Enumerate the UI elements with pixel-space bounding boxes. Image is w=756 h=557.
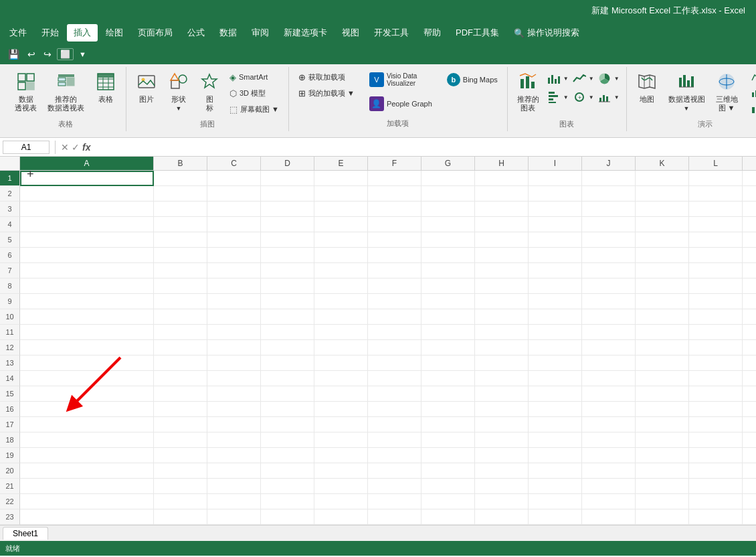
- cell-E19[interactable]: [314, 448, 368, 463]
- cell-C22[interactable]: [207, 494, 261, 509]
- cell-J5[interactable]: [582, 232, 636, 248]
- cell-L18[interactable]: [689, 432, 743, 448]
- cell-D6[interactable]: [261, 248, 314, 263]
- cell-F16[interactable]: [368, 402, 421, 417]
- cell-C5[interactable]: [207, 232, 261, 248]
- cell-B9[interactable]: [154, 294, 207, 309]
- menu-file[interactable]: 文件: [3, 24, 33, 42]
- sparkline-col-button[interactable]: [747, 86, 756, 100]
- cell-L17[interactable]: [689, 417, 743, 432]
- formula-confirm-icon[interactable]: ✓: [72, 142, 80, 153]
- cell-L9[interactable]: [689, 294, 743, 309]
- cell-B8[interactable]: [154, 278, 207, 294]
- cell-H4[interactable]: [475, 217, 529, 232]
- cell-K14[interactable]: [636, 371, 689, 386]
- cell-M3[interactable]: [743, 202, 756, 217]
- cell-A4[interactable]: [20, 217, 154, 232]
- cell-I20[interactable]: [529, 463, 582, 479]
- cell-I19[interactable]: [529, 448, 582, 463]
- formula-fx-icon[interactable]: fx: [82, 142, 90, 153]
- icon-button[interactable]: 图标: [196, 70, 223, 118]
- menu-insert[interactable]: 插入: [67, 24, 98, 42]
- cell-F3[interactable]: [368, 202, 421, 217]
- cell-E6[interactable]: [314, 248, 368, 263]
- cell-E9[interactable]: [314, 294, 368, 309]
- cell-H17[interactable]: [475, 417, 529, 432]
- cell-H8[interactable]: [475, 278, 529, 294]
- menu-page-layout[interactable]: 页面布局: [131, 24, 179, 42]
- cell-I15[interactable]: [529, 386, 582, 402]
- cell-H15[interactable]: [475, 386, 529, 402]
- smartart-button[interactable]: ◈ SmartArt: [225, 70, 283, 84]
- cell-H12[interactable]: [475, 340, 529, 355]
- row-num-5[interactable]: 5: [0, 232, 20, 248]
- cell-A10[interactable]: [20, 309, 154, 325]
- col-header-m[interactable]: M: [743, 157, 756, 170]
- cell-D8[interactable]: [261, 278, 314, 294]
- cell-G5[interactable]: [421, 232, 475, 248]
- cell-B14[interactable]: [154, 371, 207, 386]
- cell-C23[interactable]: [207, 509, 261, 525]
- row-num-16[interactable]: 16: [0, 402, 20, 417]
- bing-maps-button[interactable]: b Bing Maps: [443, 70, 502, 90]
- cell-C20[interactable]: [207, 463, 261, 479]
- cell-D16[interactable]: [261, 402, 314, 417]
- col-header-b[interactable]: B: [154, 157, 207, 170]
- cell-H13[interactable]: [475, 355, 529, 371]
- more-button[interactable]: ▼: [76, 49, 89, 60]
- cell-E5[interactable]: [314, 232, 368, 248]
- cell-H21[interactable]: [475, 479, 529, 494]
- cell-E22[interactable]: [314, 494, 368, 509]
- cell-H23[interactable]: [475, 509, 529, 525]
- cell-C13[interactable]: [207, 355, 261, 371]
- cell-I6[interactable]: [529, 248, 582, 263]
- cell-D15[interactable]: [261, 386, 314, 402]
- cell-C6[interactable]: [207, 248, 261, 263]
- cell-B18[interactable]: [154, 432, 207, 448]
- cell-A22[interactable]: [20, 494, 154, 509]
- cell-E1[interactable]: [314, 171, 368, 186]
- cell-E18[interactable]: [314, 432, 368, 448]
- cell-D19[interactable]: [261, 448, 314, 463]
- cell-D23[interactable]: [261, 509, 314, 525]
- cell-C11[interactable]: [207, 325, 261, 340]
- row-num-9[interactable]: 9: [0, 294, 20, 309]
- cell-C21[interactable]: [207, 479, 261, 494]
- cell-G23[interactable]: [421, 509, 475, 525]
- formula-cancel-icon[interactable]: ✕: [61, 142, 69, 153]
- cell-A5[interactable]: [20, 232, 154, 248]
- cell-I4[interactable]: [529, 217, 582, 232]
- cell-F21[interactable]: [368, 479, 421, 494]
- cell-D10[interactable]: [261, 309, 314, 325]
- menu-home[interactable]: 开始: [35, 24, 66, 42]
- cell-I14[interactable]: [529, 371, 582, 386]
- cell-H9[interactable]: [475, 294, 529, 309]
- other-chart-button[interactable]: + ▼: [571, 88, 595, 106]
- menu-view[interactable]: 视图: [335, 24, 366, 42]
- cell-B13[interactable]: [154, 355, 207, 371]
- cell-F11[interactable]: [368, 325, 421, 340]
- cell-I7[interactable]: [529, 263, 582, 278]
- cell-C16[interactable]: [207, 402, 261, 417]
- cell-F5[interactable]: [368, 232, 421, 248]
- cell-L8[interactable]: [689, 278, 743, 294]
- cell-C18[interactable]: [207, 432, 261, 448]
- cell-M9[interactable]: [743, 294, 756, 309]
- bar-chart-button[interactable]: ▼: [546, 88, 570, 106]
- cell-M10[interactable]: [743, 309, 756, 325]
- pie-chart-button[interactable]: ▼: [597, 70, 621, 87]
- cell-C10[interactable]: [207, 309, 261, 325]
- cell-K13[interactable]: [636, 355, 689, 371]
- cell-A20[interactable]: [20, 463, 154, 479]
- cell-H7[interactable]: [475, 263, 529, 278]
- row-num-11[interactable]: 11: [0, 325, 20, 340]
- cell-K23[interactable]: [636, 509, 689, 525]
- menu-search[interactable]: 🔍操作说明搜索: [507, 24, 586, 42]
- cell-M18[interactable]: [743, 432, 756, 448]
- cell-H20[interactable]: [475, 463, 529, 479]
- cell-E12[interactable]: [314, 340, 368, 355]
- cell-G18[interactable]: [421, 432, 475, 448]
- cell-A14[interactable]: [20, 371, 154, 386]
- cell-K7[interactable]: [636, 263, 689, 278]
- cell-M1[interactable]: [743, 171, 756, 186]
